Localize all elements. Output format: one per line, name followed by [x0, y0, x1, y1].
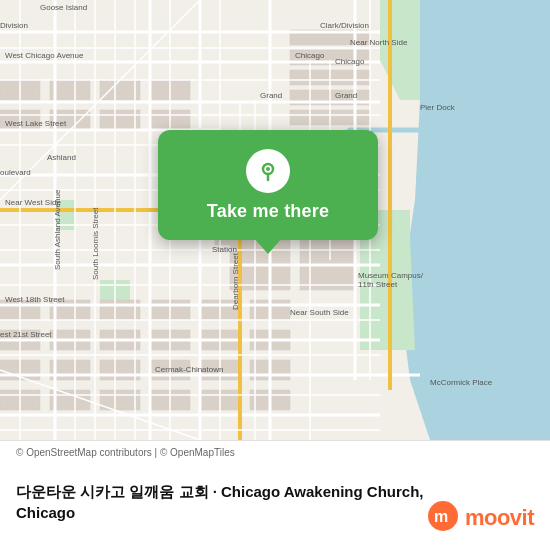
- clark-division-label: Clark/Division: [320, 21, 369, 30]
- take-me-there-button[interactable]: Take me there: [207, 201, 329, 222]
- mccormick-label: McCormick Place: [430, 378, 493, 387]
- dearborn-label: Dearborn Street: [231, 252, 240, 310]
- near-south-side-label: Near South Side: [290, 308, 349, 317]
- west-21st-label: est 21st Street: [0, 330, 52, 339]
- moovit-text: moovit: [465, 505, 534, 531]
- svg-rect-14: [100, 80, 140, 100]
- boulevard-label: oulevard: [0, 168, 31, 177]
- station-label: Station: [212, 245, 237, 254]
- goose-island-label: Goose Island: [40, 3, 87, 12]
- popup-card[interactable]: Take me there: [158, 130, 378, 240]
- cermak-label: Cermak-Chinatown: [155, 365, 223, 374]
- division-label: Division: [0, 21, 28, 30]
- s-ashland-ave-label: South Ashland Avenue: [53, 189, 62, 270]
- moovit-logo: m moovit: [427, 500, 534, 536]
- chicago2-label: Chicago: [335, 57, 365, 66]
- west-18th-label: West 18th Street: [5, 295, 65, 304]
- svg-text:m: m: [434, 508, 448, 525]
- svg-rect-24: [100, 300, 140, 320]
- svg-point-87: [266, 167, 270, 171]
- grand2-label: Grand: [335, 91, 357, 100]
- chicago-label: Chicago: [295, 51, 325, 60]
- map-view[interactable]: Goose Island Division Clark/Division Nea…: [0, 0, 550, 440]
- museum-campus2-label: 11th Street: [358, 280, 398, 289]
- svg-rect-18: [100, 110, 140, 130]
- museum-campus-label: Museum Campus/: [358, 271, 424, 280]
- near-north-side-label: Near North Side: [350, 38, 408, 47]
- moovit-icon: m: [427, 500, 459, 536]
- pier-dock-label: Pier Dock: [420, 103, 456, 112]
- copyright-text: © OpenStreetMap contributors | © OpenMap…: [16, 447, 534, 458]
- west-lake-label: West Lake Street: [5, 119, 67, 128]
- west-chicago-ave-label: West Chicago Avenue: [5, 51, 84, 60]
- s-loomis-st-label: South Loomis Street: [91, 207, 100, 280]
- info-bar: © OpenStreetMap contributors | © OpenMap…: [0, 440, 550, 550]
- map-pin-icon: [246, 149, 290, 193]
- grand-label: Grand: [260, 91, 282, 100]
- svg-rect-32: [100, 360, 140, 380]
- ashland-label: Ashland: [47, 153, 76, 162]
